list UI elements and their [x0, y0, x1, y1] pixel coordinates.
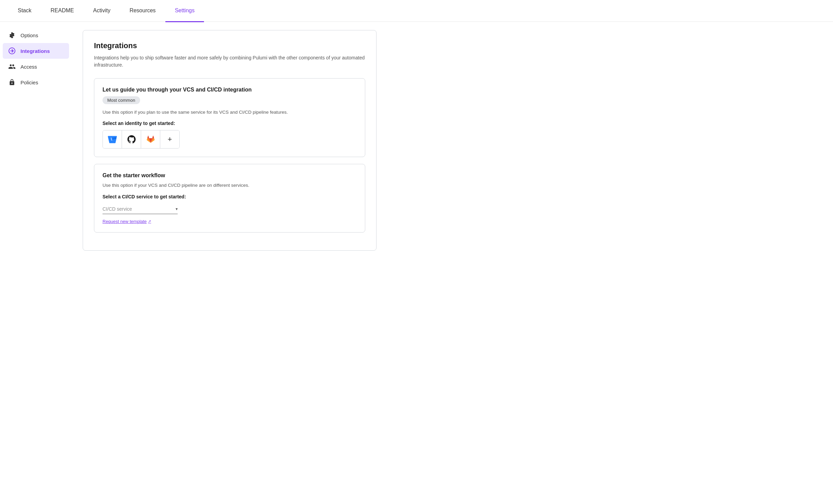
- vcs-cicd-integration-box: Let us guide you through your VCS and CI…: [94, 78, 365, 157]
- people-icon: [8, 63, 16, 70]
- vcs-box-description: Use this option if you plan to use the s…: [103, 109, 357, 116]
- sidebar-item-integrations[interactable]: Integrations: [3, 43, 69, 59]
- page-title: Integrations: [94, 41, 365, 50]
- most-common-badge: Most common: [103, 96, 140, 104]
- cicd-dropdown-placeholder: CI/CD service: [103, 206, 176, 212]
- sidebar-item-options-label: Options: [21, 32, 38, 38]
- chevron-down-icon: ▾: [176, 207, 178, 211]
- gear-icon: [8, 31, 16, 39]
- page-description: Integrations help you to ship software f…: [94, 54, 365, 69]
- lock-icon: [8, 79, 16, 86]
- tab-activity[interactable]: Activity: [83, 0, 120, 22]
- identity-buttons-group: +: [103, 130, 180, 149]
- external-link-icon: ↗: [148, 219, 151, 224]
- identity-select-label: Select an identity to get started:: [103, 121, 357, 126]
- tab-resources[interactable]: Resources: [120, 0, 165, 22]
- tab-stack[interactable]: Stack: [8, 0, 41, 22]
- top-nav: Stack README Activity Resources Settings: [0, 0, 833, 22]
- cicd-service-dropdown[interactable]: CI/CD service ▾: [103, 204, 178, 214]
- plus-icon: +: [168, 135, 172, 144]
- request-link-text: Request new template: [103, 219, 147, 224]
- sidebar-item-options[interactable]: Options: [3, 27, 69, 43]
- sidebar-item-policies-label: Policies: [21, 80, 38, 85]
- starter-workflow-description: Use this option if your VCS and CI/CD pi…: [103, 182, 357, 189]
- sidebar-item-access-label: Access: [21, 64, 37, 70]
- more-identity-button[interactable]: +: [160, 130, 179, 148]
- main-content: Integrations Integrations help you to sh…: [72, 22, 833, 504]
- content-card: Integrations Integrations help you to sh…: [83, 30, 377, 251]
- gitlab-button[interactable]: [141, 130, 160, 148]
- page-layout: Options Integrations Access: [0, 22, 833, 504]
- cicd-select-label: Select a CI/CD service to get started:: [103, 194, 357, 199]
- bitbucket-button[interactable]: [103, 130, 122, 148]
- github-button[interactable]: [122, 130, 141, 148]
- sidebar-item-policies[interactable]: Policies: [3, 74, 69, 90]
- tab-readme[interactable]: README: [41, 0, 83, 22]
- vcs-box-title: Let us guide you through your VCS and CI…: [103, 87, 357, 93]
- sidebar-item-access[interactable]: Access: [3, 59, 69, 74]
- tab-settings[interactable]: Settings: [165, 0, 204, 22]
- sidebar-item-integrations-label: Integrations: [21, 48, 50, 54]
- integrations-icon: [8, 47, 16, 55]
- sidebar: Options Integrations Access: [0, 22, 72, 504]
- starter-workflow-title: Get the starter workflow: [103, 172, 357, 179]
- starter-workflow-box: Get the starter workflow Use this option…: [94, 164, 365, 232]
- request-new-template-link[interactable]: Request new template ↗: [103, 219, 151, 224]
